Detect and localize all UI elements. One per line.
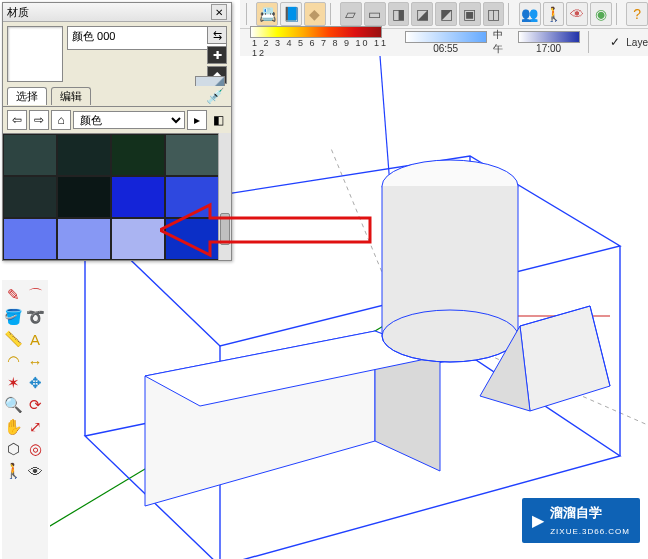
swatch[interactable] bbox=[3, 134, 57, 176]
extents-icon[interactable]: ⤢ bbox=[24, 416, 46, 438]
watermark: ▶ 溜溜自学 ZIXUE.3D66.COM bbox=[522, 498, 640, 543]
tape-icon[interactable]: 📏 bbox=[2, 328, 24, 350]
details-icon[interactable]: ▸ bbox=[187, 110, 207, 130]
nav-back-icon[interactable]: ⇦ bbox=[7, 110, 27, 130]
dimension-icon[interactable]: ↔ bbox=[24, 350, 46, 372]
view-left-icon[interactable]: ◩ bbox=[435, 2, 457, 26]
target-icon[interactable]: ◎ bbox=[24, 438, 46, 460]
evening-slider[interactable] bbox=[518, 31, 580, 43]
view-iso-icon[interactable]: ◪ bbox=[411, 2, 433, 26]
view-front-icon[interactable]: ▭ bbox=[364, 2, 386, 26]
view-top-icon[interactable]: ▱ bbox=[340, 2, 362, 26]
pencil-icon[interactable]: ✎ bbox=[2, 284, 24, 306]
diamond-icon[interactable]: ◆ bbox=[304, 2, 326, 26]
orbit-icon[interactable]: ⟳ bbox=[24, 394, 46, 416]
view-right-icon[interactable]: ◨ bbox=[388, 2, 410, 26]
protractor-icon[interactable]: ◠ bbox=[2, 350, 24, 372]
panel-title: 材质 bbox=[7, 5, 29, 20]
print-icon[interactable]: 📇 bbox=[256, 2, 278, 26]
person-icon[interactable]: 🚶 bbox=[2, 460, 24, 482]
material-preview[interactable] bbox=[7, 26, 63, 82]
look-icon[interactable]: ◉ bbox=[590, 2, 612, 26]
swatch-grid bbox=[3, 133, 231, 260]
swatch[interactable] bbox=[165, 134, 219, 176]
arrows-icon[interactable]: ⇆ bbox=[207, 26, 227, 44]
swatch[interactable] bbox=[165, 176, 219, 218]
swatch[interactable] bbox=[165, 218, 219, 260]
close-icon[interactable]: ✕ bbox=[211, 4, 227, 20]
walk-icon[interactable]: 🚶 bbox=[543, 2, 565, 26]
zoom-icon[interactable]: 🔍 bbox=[2, 394, 24, 416]
list-icon[interactable]: ◧ bbox=[209, 111, 227, 129]
arc-icon[interactable]: ⌒ bbox=[24, 284, 46, 306]
view-back-icon[interactable]: ▣ bbox=[459, 2, 481, 26]
top-toolbar-row1: 📇 📘 ◆ ▱ ▭ ◨ ◪ ◩ ▣ ◫ 👥 🚶 👁 ◉ ? bbox=[240, 0, 648, 29]
swatch[interactable] bbox=[111, 218, 165, 260]
tab-edit[interactable]: 编辑 bbox=[51, 87, 91, 105]
nav-home-icon[interactable]: ⌂ bbox=[51, 110, 71, 130]
section-icon[interactable]: ⬡ bbox=[2, 438, 24, 460]
text-icon[interactable]: A bbox=[24, 328, 46, 350]
time-toolbar: 1 2 3 4 5 6 7 8 9 10 11 12 06:55 中午 17:0… bbox=[240, 28, 648, 56]
help-icon[interactable]: ? bbox=[626, 2, 648, 26]
swatch[interactable] bbox=[3, 218, 57, 260]
layer-label: Laye bbox=[626, 37, 648, 48]
watermark-text: 溜溜自学 bbox=[550, 505, 602, 520]
scale-numbers: 1 2 3 4 5 6 7 8 9 10 11 12 bbox=[252, 38, 399, 58]
people-icon[interactable]: 👥 bbox=[519, 2, 541, 26]
create-material-icon[interactable]: ✚ bbox=[207, 46, 227, 64]
left-toolbar: ✎⌒ 🪣➰ 📏A ◠↔ ✶✥ 🔍⟳ ✋⤢ ⬡◎ 🚶👁 bbox=[2, 280, 48, 559]
morning-slider[interactable] bbox=[405, 31, 487, 43]
swirl-icon[interactable]: ➰ bbox=[24, 306, 46, 328]
layer-check-icon[interactable]: ✓ bbox=[610, 35, 620, 49]
swatch[interactable] bbox=[57, 218, 111, 260]
watermark-sub: ZIXUE.3D66.COM bbox=[550, 527, 630, 536]
book-icon[interactable]: 📘 bbox=[280, 2, 302, 26]
swatch[interactable] bbox=[57, 176, 111, 218]
swatch[interactable] bbox=[3, 176, 57, 218]
scrollbar-thumb[interactable] bbox=[220, 213, 230, 245]
view-persp-icon[interactable]: ◫ bbox=[483, 2, 505, 26]
nav-forward-icon[interactable]: ⇨ bbox=[29, 110, 49, 130]
axes-icon[interactable]: ✶ bbox=[2, 372, 24, 394]
noon-label: 中午 bbox=[493, 28, 512, 56]
eye-icon[interactable]: 👁 bbox=[566, 2, 588, 26]
swatch[interactable] bbox=[111, 176, 165, 218]
materials-panel: 材质 ✕ 颜色 000 ⇆ ✚ ◆ 选择 编辑 💉 ⇦ ⇨ ⌂ 颜色 ▸ ◧ bbox=[2, 2, 232, 261]
pan-icon[interactable]: ✋ bbox=[2, 416, 24, 438]
move-icon[interactable]: ✥ bbox=[24, 372, 46, 394]
swatch-scrollbar[interactable] bbox=[218, 133, 231, 260]
time-1: 06:55 bbox=[433, 43, 458, 54]
eyedropper-icon[interactable]: 💉 bbox=[206, 87, 225, 105]
date-scale[interactable] bbox=[250, 26, 382, 38]
swatch[interactable] bbox=[111, 134, 165, 176]
time-2: 17:00 bbox=[536, 43, 561, 54]
material-name-field[interactable]: 颜色 000 bbox=[67, 26, 227, 50]
bucket-icon[interactable]: 🪣 bbox=[2, 306, 24, 328]
swatch[interactable] bbox=[57, 134, 111, 176]
tab-select[interactable]: 选择 bbox=[7, 87, 47, 105]
eye2-icon[interactable]: 👁 bbox=[24, 460, 46, 482]
category-select[interactable]: 颜色 bbox=[73, 111, 185, 129]
